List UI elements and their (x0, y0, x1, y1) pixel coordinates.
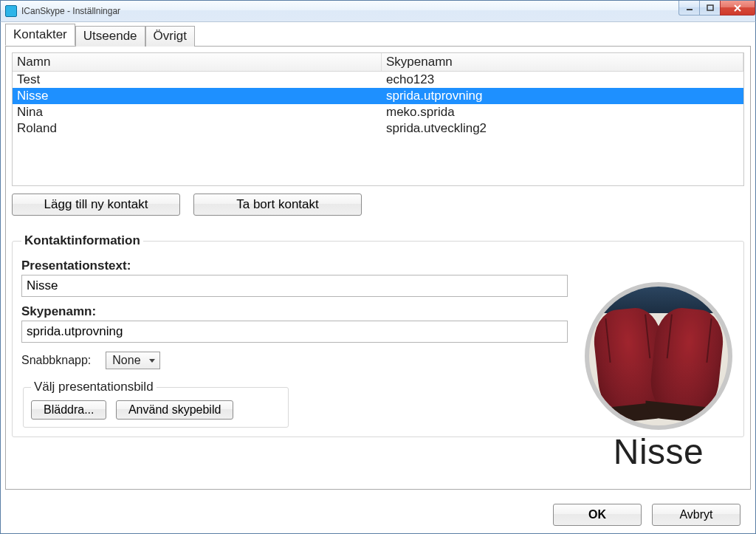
cell-name: Roland (13, 120, 382, 137)
cancel-button[interactable]: Avbryt (652, 504, 740, 526)
browse-button[interactable]: Bläddra... (31, 400, 106, 420)
tab-other[interactable]: Övrigt (145, 26, 195, 47)
contact-info-legend: Kontaktinformation (21, 233, 143, 248)
presentation-input[interactable] (21, 275, 568, 297)
table-header: Namn Skypenamn (13, 53, 743, 72)
cell-skypename: sprida.utprovning (382, 88, 743, 104)
client-area: Kontakter Utseende Övrigt Namn Skypenamn… (0, 22, 756, 534)
tab-contacts[interactable]: Kontakter (5, 24, 75, 46)
ok-button[interactable]: OK (553, 504, 642, 526)
dialog-footer: OK Avbryt (553, 504, 740, 526)
minimize-button[interactable] (678, 1, 700, 16)
tab-strip: Kontakter Utseende Övrigt (5, 25, 751, 47)
column-header-skypename[interactable]: Skypenamn (382, 53, 743, 71)
window-title: ICanSkype - Inställningar (21, 6, 120, 16)
titlebar: ICanSkype - Inställningar (0, 0, 756, 22)
avatar-image (585, 282, 732, 430)
table-button-row: Lägg till ny kontakt Ta bort kontakt (12, 194, 744, 216)
avatar-area: Nisse (581, 282, 736, 472)
maximize-icon (707, 4, 714, 11)
cell-name: Nisse (13, 88, 382, 104)
avatar-name: Nisse (581, 431, 736, 472)
app-icon (5, 5, 17, 17)
table-row[interactable]: Rolandsprida.utveckling2 (13, 120, 743, 137)
skypename-input[interactable] (21, 321, 568, 343)
window-buttons (679, 1, 755, 16)
close-button[interactable] (720, 1, 755, 16)
cell-skypename: meko.sprida (382, 104, 743, 120)
remove-contact-button[interactable]: Ta bort kontakt (193, 194, 362, 216)
use-skype-image-button[interactable]: Använd skypebild (116, 400, 233, 420)
svg-rect-1 (707, 5, 713, 10)
hotkey-value: None (112, 354, 140, 366)
choose-image-group: Välj presentationsbild Bläddra... Använd… (23, 380, 289, 428)
presentation-label: Presentationstext: (21, 259, 735, 273)
tab-appearance[interactable]: Utseende (75, 26, 145, 47)
cell-skypename: echo123 (382, 72, 743, 88)
minimize-icon (686, 5, 693, 11)
maximize-button[interactable] (699, 1, 721, 16)
table-body: Testecho123Nissesprida.utprovningNinamek… (13, 72, 743, 185)
cell-name: Test (13, 72, 382, 88)
add-contact-button[interactable]: Lägg till ny kontakt (12, 194, 180, 216)
svg-rect-0 (687, 9, 693, 10)
table-row[interactable]: Ninameko.sprida (13, 104, 743, 120)
column-header-name[interactable]: Namn (13, 53, 382, 71)
table-row[interactable]: Testecho123 (13, 72, 743, 88)
contacts-table: Namn Skypenamn Testecho123Nissesprida.ut… (12, 52, 744, 186)
close-icon (733, 4, 742, 12)
cell-name: Nina (13, 104, 382, 120)
choose-image-legend: Välj presentationsbild (31, 380, 157, 394)
table-row[interactable]: Nissesprida.utprovning (13, 88, 743, 104)
hotkey-combo[interactable]: None (106, 352, 160, 369)
cell-skypename: sprida.utveckling2 (382, 120, 743, 137)
hotkey-label: Snabbknapp: (21, 354, 91, 367)
